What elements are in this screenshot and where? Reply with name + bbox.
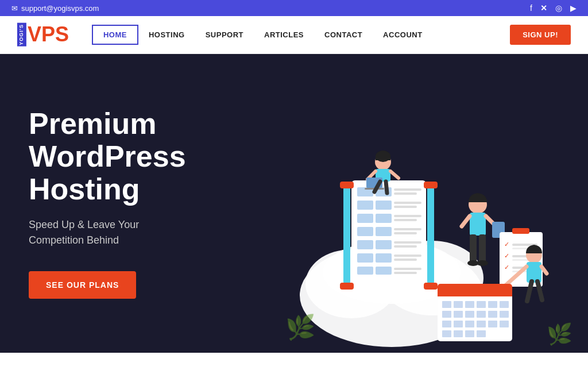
svg-line-50 — [462, 216, 470, 226]
svg-rect-95 — [488, 321, 497, 327]
header: YOGI'S VPS HOME HOSTING SUPPORT ARTICLES… — [0, 16, 588, 54]
svg-rect-11 — [394, 202, 421, 204]
svg-text:✓: ✓ — [504, 264, 509, 271]
svg-rect-87 — [465, 311, 474, 318]
logo-vps-text: VPS — [28, 24, 69, 45]
svg-rect-94 — [477, 321, 486, 327]
main-nav: HOME HOSTING SUPPORT ARTICLES CONTACT AC… — [92, 25, 510, 45]
youtube-icon[interactable]: ▶ — [570, 3, 577, 13]
svg-rect-32 — [394, 272, 417, 274]
top-bar: ✉ support@yogisvps.com f ✕ ◎ ▶ — [0, 0, 588, 16]
svg-text:✓: ✓ — [504, 252, 509, 259]
svg-rect-93 — [465, 321, 474, 327]
svg-rect-53 — [470, 234, 477, 263]
nav-articles[interactable]: ARTICLES — [254, 26, 314, 44]
svg-rect-100 — [477, 330, 486, 337]
svg-rect-16 — [394, 219, 417, 221]
signup-button[interactable]: SIGN UP! — [510, 25, 571, 45]
svg-rect-81 — [465, 301, 474, 308]
svg-rect-26 — [376, 253, 392, 263]
svg-rect-89 — [488, 311, 497, 318]
svg-rect-99 — [465, 330, 474, 337]
svg-rect-35 — [340, 182, 354, 188]
svg-rect-17 — [357, 227, 373, 236]
social-links: f ✕ ◎ ▶ — [530, 3, 577, 13]
svg-rect-97 — [442, 330, 451, 337]
svg-rect-88 — [477, 311, 486, 318]
svg-rect-80 — [454, 301, 463, 308]
svg-text:✓: ✓ — [504, 241, 509, 248]
svg-rect-86 — [454, 311, 463, 318]
svg-text:🌿: 🌿 — [547, 322, 572, 346]
svg-rect-15 — [394, 215, 421, 217]
svg-rect-92 — [454, 321, 463, 327]
svg-rect-8 — [394, 192, 417, 195]
illustration-svg: ✓ ✓ ✓ — [218, 54, 588, 353]
svg-rect-4 — [351, 180, 426, 295]
svg-point-56 — [477, 260, 488, 266]
svg-rect-7 — [394, 188, 421, 191]
svg-text:🌿: 🌿 — [285, 313, 316, 342]
svg-rect-36 — [424, 182, 438, 188]
svg-rect-14 — [376, 214, 392, 223]
svg-rect-22 — [376, 240, 392, 249]
svg-rect-19 — [394, 228, 421, 230]
svg-rect-79 — [442, 301, 451, 308]
nav-account[interactable]: ACCOUNT — [373, 26, 433, 44]
svg-rect-21 — [357, 240, 373, 249]
svg-rect-38 — [424, 283, 438, 290]
hero-title: Premium WordPress Hosting — [29, 107, 189, 206]
nav-support[interactable]: SUPPORT — [195, 26, 254, 44]
facebook-icon[interactable]: f — [530, 3, 532, 13]
instagram-icon[interactable]: ◎ — [555, 3, 562, 13]
nav-contact[interactable]: CONTACT — [314, 26, 373, 44]
svg-rect-25 — [357, 253, 373, 263]
logo-small-text: YOGI'S — [17, 23, 26, 47]
svg-rect-83 — [488, 301, 497, 308]
email-address: support@yogisvps.com — [21, 4, 99, 13]
svg-rect-54 — [479, 234, 486, 263]
svg-rect-28 — [394, 259, 417, 261]
svg-rect-85 — [442, 311, 451, 318]
svg-rect-23 — [394, 241, 421, 244]
svg-rect-13 — [357, 214, 373, 223]
svg-rect-10 — [376, 201, 392, 210]
hero-section: Premium WordPress Hosting Speed Up & Lea… — [0, 54, 588, 353]
svg-rect-31 — [394, 268, 421, 270]
svg-line-43 — [390, 171, 399, 178]
hero-subtitle: Speed Up & Leave Your Competition Behind — [29, 217, 189, 248]
svg-rect-29 — [357, 267, 373, 275]
svg-rect-24 — [394, 245, 417, 248]
cta-button[interactable]: SEE OUR PLANS — [29, 271, 136, 299]
svg-rect-34 — [427, 186, 434, 284]
svg-rect-69 — [527, 262, 541, 283]
email-section: ✉ support@yogisvps.com — [11, 4, 99, 13]
svg-rect-9 — [357, 201, 373, 210]
hero-illustration: ✓ ✓ ✓ — [218, 54, 588, 353]
email-icon: ✉ — [11, 4, 18, 13]
hero-content: Premium WordPress Hosting Speed Up & Lea… — [0, 54, 218, 353]
nav-hosting[interactable]: HOSTING — [138, 26, 195, 44]
svg-rect-82 — [477, 301, 486, 308]
nav-home[interactable]: HOME — [92, 25, 138, 45]
svg-rect-96 — [500, 321, 509, 327]
svg-rect-12 — [394, 206, 417, 208]
svg-rect-49 — [470, 213, 486, 236]
twitter-icon[interactable]: ✕ — [540, 3, 547, 13]
svg-rect-58 — [512, 228, 529, 234]
svg-rect-78 — [438, 291, 512, 296]
svg-rect-30 — [376, 267, 392, 275]
logo[interactable]: YOGI'S VPS — [17, 23, 69, 47]
svg-rect-91 — [442, 321, 451, 327]
svg-rect-20 — [394, 232, 417, 234]
svg-rect-27 — [394, 255, 421, 257]
svg-rect-98 — [454, 330, 463, 337]
svg-rect-33 — [343, 186, 350, 284]
svg-rect-84 — [500, 301, 509, 308]
svg-rect-18 — [376, 227, 392, 236]
svg-rect-37 — [340, 283, 354, 290]
svg-line-47 — [386, 182, 387, 193]
svg-rect-90 — [500, 311, 509, 318]
